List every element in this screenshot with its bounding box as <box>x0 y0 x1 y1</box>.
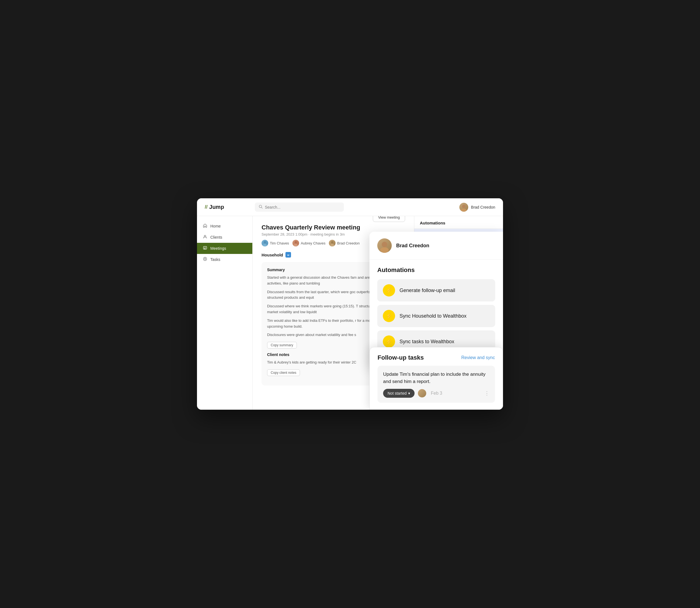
copy-summary-button[interactable]: Copy summary <box>267 342 297 348</box>
svg-point-16 <box>382 242 387 247</box>
task-date: Feb 3 <box>431 391 442 396</box>
automation-label-1: Generate follow-up email <box>399 288 455 293</box>
logo-icon: // <box>205 204 208 210</box>
search-input[interactable] <box>265 205 340 209</box>
svg-point-3 <box>461 209 467 212</box>
svg-point-11 <box>294 244 298 246</box>
svg-point-4 <box>204 235 206 237</box>
attendee-aubrey: Aubrey Chaves <box>292 240 325 246</box>
followup-header: Follow-up tasks Review and sync <box>378 354 495 361</box>
svg-point-17 <box>380 247 389 253</box>
svg-line-1 <box>262 208 263 209</box>
top-bar: // Jump Brad Creedon <box>197 198 503 216</box>
auto-panel-title: Automations <box>377 266 495 274</box>
chevron-down-icon: ▾ <box>408 391 410 396</box>
tasks-icon <box>203 257 208 262</box>
auto-panel-username: Brad Creedon <box>396 243 429 249</box>
sidebar-item-meetings-label: Meetings <box>210 246 226 251</box>
task-more-icon[interactable]: ⋮ <box>485 390 489 396</box>
household-icon: W <box>285 252 291 258</box>
app-window: // Jump Brad Creedon Home <box>197 198 503 410</box>
attendee-brad: Brad Creedon <box>329 240 360 246</box>
meeting-title: Chaves Quarterly Review meeting <box>262 224 405 231</box>
sidebar-item-home-label: Home <box>210 224 221 228</box>
attendee-name-tim: Tim Chaves <box>270 241 289 245</box>
attendee-name-brad: Brad Creedon <box>337 241 360 245</box>
attendee-avatar-aubrey <box>292 240 299 246</box>
meetings-icon <box>203 246 208 251</box>
svg-text:W: W <box>287 254 289 256</box>
sidebar-item-clients[interactable]: Clients <box>197 232 252 243</box>
automation-bolt-3: ⚡ <box>383 336 395 348</box>
not-started-label: Not started <box>387 391 406 396</box>
attendee-tim: Tim Chaves <box>262 240 289 246</box>
right-panel-header: Automations <box>414 216 503 229</box>
user-name: Brad Creedon <box>471 205 495 209</box>
automation-bolt-2: ⚡ <box>383 310 395 322</box>
review-sync-link[interactable]: Review and sync <box>461 355 495 360</box>
avatar <box>459 203 468 212</box>
auto-panel-user: Brad Creedon <box>370 232 503 260</box>
attendee-avatar-brad <box>329 240 336 246</box>
household-text: Household <box>262 252 283 257</box>
user-area: Brad Creedon <box>459 203 495 212</box>
svg-point-8 <box>264 241 266 243</box>
automation-label-3: Sync tasks to Wealthbox <box>399 339 454 345</box>
svg-point-12 <box>331 241 333 243</box>
automation-card-email[interactable]: ⚡ Generate follow-up email <box>377 279 495 302</box>
sidebar-item-tasks[interactable]: Tasks <box>197 254 252 265</box>
sidebar-item-home[interactable]: Home <box>197 221 252 232</box>
sidebar: Home Clients Meetings Tasks <box>197 216 253 410</box>
task-card-text: Update Tim's financial plan to include t… <box>383 371 489 385</box>
svg-point-2 <box>462 205 466 208</box>
automation-label-2: Sync Household to Wealthbox <box>399 313 467 319</box>
view-meeting-button[interactable]: View meeting <box>373 216 405 222</box>
followup-panel: Follow-up tasks Review and sync Update T… <box>370 347 503 410</box>
search-bar[interactable] <box>255 203 344 212</box>
svg-point-13 <box>330 244 334 246</box>
svg-point-6 <box>203 257 207 261</box>
search-icon <box>259 205 263 209</box>
attendee-name-aubrey: Aubrey Chaves <box>301 241 325 245</box>
sidebar-item-tasks-label: Tasks <box>210 257 220 262</box>
task-card: Update Tim's financial plan to include t… <box>378 366 495 403</box>
auto-panel-avatar <box>377 239 392 253</box>
task-assignee-avatar <box>418 389 426 397</box>
automation-bolt-1: ⚡ <box>383 284 395 297</box>
task-card-footer: Not started ▾ Feb 3 ⋮ <box>383 389 489 398</box>
svg-point-9 <box>263 244 267 246</box>
sidebar-item-meetings[interactable]: Meetings <box>197 243 252 254</box>
automation-card-household[interactable]: ⚡ Sync Household to Wealthbox <box>377 305 495 327</box>
logo: // Jump <box>205 204 255 210</box>
svg-point-10 <box>295 241 297 243</box>
home-icon <box>203 223 208 229</box>
followup-title: Follow-up tasks <box>378 354 424 361</box>
copy-notes-button[interactable]: Copy client notes <box>267 369 300 376</box>
attendee-avatar-tim <box>262 240 268 246</box>
svg-point-7 <box>205 259 206 260</box>
sidebar-item-clients-label: Clients <box>210 235 222 240</box>
not-started-button[interactable]: Not started ▾ <box>383 389 415 398</box>
clients-icon <box>203 234 208 240</box>
logo-text: Jump <box>209 204 224 210</box>
